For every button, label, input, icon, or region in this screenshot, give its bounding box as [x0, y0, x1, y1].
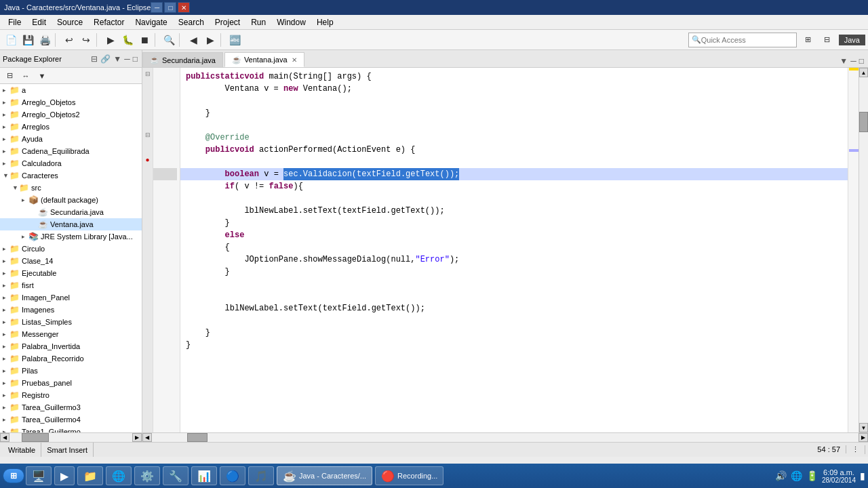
tree-arrow-14[interactable]: ▸ [3, 258, 9, 264]
stop-button[interactable]: ⏹ [136, 32, 153, 48]
tree-arrow-8[interactable]: ▼ [12, 184, 19, 191]
undo-button[interactable]: ↩ [61, 32, 77, 48]
tree-item-20[interactable]: ▸📁Messenger [0, 328, 142, 340]
tree-item-21[interactable]: ▸📁Palabra_Invertida [0, 340, 142, 352]
horizontal-scrollbar[interactable]: ◀ ▶ [142, 432, 868, 442]
tree-item-11[interactable]: ☕Ventana.java [0, 218, 142, 230]
link-editor-button[interactable]: ↔ [18, 68, 34, 84]
tree-arrow-2[interactable]: ▸ [3, 111, 9, 118]
taskbar-item-more1[interactable]: 🔧 [163, 466, 189, 485]
taskbar-item-eclipse[interactable]: ☕ Java - Caracteres/... [277, 466, 372, 485]
tree-arrow-7[interactable]: ▼ [3, 172, 9, 179]
tree-item-10[interactable]: ☕Secundaria.java [0, 206, 142, 218]
taskbar-item-more2[interactable]: 📊 [191, 466, 217, 485]
tree-item-1[interactable]: ▸📁Arreglo_Objetos [0, 96, 142, 108]
tree-arrow-13[interactable]: ▸ [3, 245, 9, 252]
h-scroll-thumb[interactable] [187, 433, 208, 442]
editor-maximize-button[interactable]: □ [858, 55, 865, 67]
tree-item-18[interactable]: ▸📁Imagenes [0, 304, 142, 316]
tree-arrow-24[interactable]: ▸ [3, 380, 9, 386]
tree-item-3[interactable]: ▸📁Arreglos [0, 121, 142, 133]
new-button[interactable]: 📄 [3, 32, 19, 48]
tree-item-22[interactable]: ▸📁Palabra_Recorrido [0, 352, 142, 365]
tree-scrollbar[interactable]: ◀ ▶ [0, 432, 142, 442]
tree-item-17[interactable]: ▸📁Imagen_Panel [0, 291, 142, 304]
tree-arrow-9[interactable]: ▸ [22, 197, 28, 203]
tree-item-14[interactable]: ▸📁Clase_14 [0, 255, 142, 267]
redo-button[interactable]: ↪ [78, 32, 94, 48]
taskbar-item-media[interactable]: ▶ [54, 466, 75, 485]
menu-search[interactable]: Search [173, 16, 210, 28]
menu-source[interactable]: Source [52, 16, 88, 28]
tree-item-4[interactable]: ▸📁Ayuda [0, 133, 142, 145]
tree-item-25[interactable]: ▸📁Registro [0, 389, 142, 401]
tray-icon-1[interactable]: 🔊 [775, 470, 787, 481]
scroll-right-button[interactable]: ▶ [859, 433, 868, 442]
perspective-button[interactable]: ⊞ [800, 32, 816, 48]
tree-arrow-1[interactable]: ▸ [3, 99, 9, 106]
code-editor[interactable]: public static void main(String[] args) {… [180, 68, 848, 432]
taskbar-item-more3[interactable]: 🔵 [220, 466, 245, 485]
quick-access-input[interactable] [701, 36, 789, 44]
link-button[interactable]: 🔗 [99, 53, 112, 65]
fold-marker-2[interactable]: ⊟ [142, 129, 153, 141]
tray-icon-2[interactable]: 🌐 [791, 470, 802, 481]
close-button[interactable]: ✕ [178, 2, 190, 13]
tree-arrow-15[interactable]: ▸ [3, 270, 9, 277]
tab-secundaria[interactable]: ☕ Secundaria.java [142, 52, 223, 67]
tree-item-7[interactable]: ▼📁Caracteres [0, 169, 142, 182]
menu-run[interactable]: Run [245, 16, 271, 28]
panel-menu-button[interactable]: ▼ [112, 53, 123, 65]
tree-arrow-26[interactable]: ▸ [3, 404, 9, 411]
tree-item-9[interactable]: ▸📦(default package) [0, 194, 142, 206]
start-button[interactable]: ⊞ [3, 468, 24, 483]
taskbar-item-folder[interactable]: 📁 [77, 466, 103, 485]
tree-item-15[interactable]: ▸📁Ejecutable [0, 267, 142, 279]
open-type-button[interactable]: 🔤 [226, 32, 243, 48]
tree-item-27[interactable]: ▸📁Tarea_Guillermo4 [0, 413, 142, 426]
tree-item-23[interactable]: ▸📁Pilas [0, 365, 142, 377]
tree-arrow-25[interactable]: ▸ [3, 392, 9, 399]
tree-item-28[interactable]: ▸📁Tarea1_Guillermo [0, 426, 142, 432]
minimize-button[interactable]: ─ [151, 2, 163, 13]
tree-item-13[interactable]: ▸📁Circulo [0, 243, 142, 255]
status-menu-icon[interactable]: ⋮ [852, 445, 859, 454]
close-tab-button[interactable]: ✕ [292, 56, 297, 64]
quick-access-box[interactable]: 🔍 [688, 33, 797, 47]
taskbar-item-explorer[interactable]: 🖥️ [26, 466, 52, 485]
restore-button[interactable]: □ [164, 2, 176, 13]
scroll-left-button[interactable]: ◀ [0, 433, 9, 442]
show-desktop-button[interactable]: ▮ [860, 470, 865, 481]
maximize-panel-button[interactable]: □ [132, 53, 139, 65]
print-button[interactable]: 🖨️ [37, 32, 53, 48]
tree-item-8[interactable]: ▼📁src [0, 182, 142, 194]
tab-ventana[interactable]: ☕ Ventana.java ✕ [224, 52, 304, 67]
tree-arrow-6[interactable]: ▸ [3, 160, 9, 167]
editor-menu-button[interactable]: ▼ [838, 55, 849, 67]
menu-window[interactable]: Window [271, 16, 311, 28]
tree-scroll-thumb[interactable] [22, 433, 49, 442]
tree-item-12[interactable]: ▸📚JRE System Library [Java... [0, 230, 142, 243]
save-button[interactable]: 💾 [20, 32, 36, 48]
vertical-scrollbar[interactable]: ▲ ▼ [859, 68, 868, 432]
menu-file[interactable]: File [3, 16, 26, 28]
taskbar-item-recording[interactable]: 🔴 Recording... [375, 466, 443, 485]
tree-arrow-27[interactable]: ▸ [3, 416, 9, 423]
tree-arrow-23[interactable]: ▸ [3, 367, 9, 374]
minimize-panel-button[interactable]: ─ [123, 53, 132, 65]
tree-scroll-track[interactable] [9, 433, 132, 442]
taskbar-item-browser[interactable]: 🌐 [106, 466, 132, 485]
editor-minimize-button[interactable]: ─ [849, 55, 858, 67]
collapse-button[interactable]: ⊟ [1, 68, 18, 84]
search-button[interactable]: 🔍 [161, 32, 177, 48]
tree-arrow-5[interactable]: ▸ [3, 148, 9, 155]
scroll-track[interactable] [859, 77, 868, 423]
run-button[interactable]: ▶ [102, 32, 119, 48]
scroll-right-button[interactable]: ▶ [132, 433, 142, 442]
tree-arrow-17[interactable]: ▸ [3, 294, 9, 301]
tree-arrow-0[interactable]: ▸ [3, 87, 9, 94]
next-button[interactable]: ▶ [202, 32, 218, 48]
tree-arrow-22[interactable]: ▸ [3, 355, 9, 362]
tree-item-24[interactable]: ▸📁Pruebas_panel [0, 377, 142, 389]
status-extra[interactable]: ⋮ [846, 445, 865, 454]
